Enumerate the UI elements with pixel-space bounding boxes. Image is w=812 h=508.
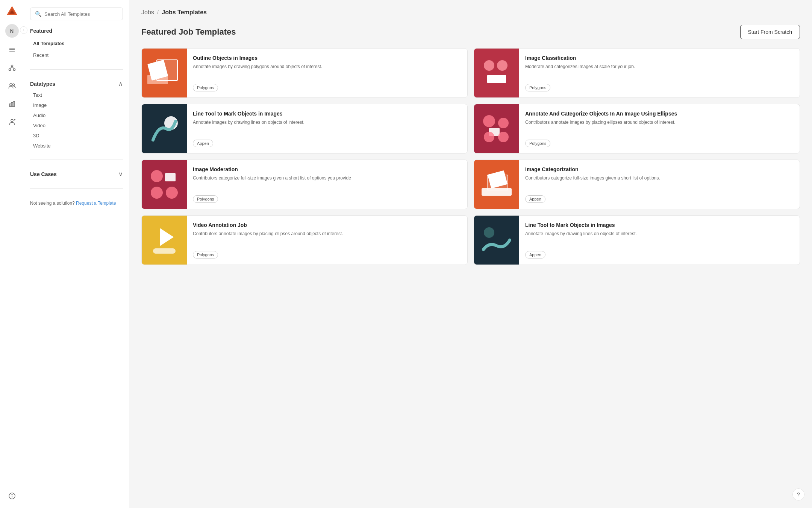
datatype-audio[interactable]: Audio bbox=[30, 111, 123, 120]
datatype-website[interactable]: Website bbox=[30, 141, 123, 151]
svg-point-26 bbox=[497, 60, 508, 71]
svg-line-9 bbox=[10, 67, 12, 69]
svg-rect-14 bbox=[11, 102, 13, 106]
help-button[interactable]: ? bbox=[792, 488, 804, 500]
template-desc: Annotate images by drawing lines on obje… bbox=[525, 231, 794, 247]
template-thumb-image-classification bbox=[474, 49, 519, 97]
template-desc: Contributors annotate images by placing … bbox=[193, 231, 461, 247]
template-card-video-annotation[interactable]: Video Annotation Job Contributors annota… bbox=[141, 215, 468, 265]
template-info-video-annotation: Video Annotation Job Contributors annota… bbox=[187, 216, 467, 265]
sidebar-toggle[interactable]: › bbox=[20, 26, 27, 34]
template-info-image-classification: Image Classification Moderate and catego… bbox=[519, 49, 800, 97]
breadcrumb-current: Jobs Templates bbox=[162, 9, 207, 16]
template-name: Annotate And Categorize Objects In An Im… bbox=[525, 110, 794, 117]
template-info-image-categorization: Image Categorization Contributors catego… bbox=[519, 160, 800, 209]
nav-icon-org[interactable] bbox=[5, 60, 20, 75]
datatypes-list: Text Image Audio Video 3D Website bbox=[30, 89, 123, 151]
use-cases-title: Use Cases bbox=[30, 171, 57, 177]
template-tag: Polygons bbox=[193, 251, 218, 259]
template-tag: Appen bbox=[525, 251, 545, 259]
svg-marker-41 bbox=[160, 228, 174, 246]
breadcrumb-parent[interactable]: Jobs bbox=[141, 9, 154, 16]
left-panel: 🔍 Featured All Templates Recent Datatype… bbox=[24, 0, 129, 508]
svg-point-29 bbox=[483, 115, 495, 127]
template-card-outline-objects[interactable]: Outline Objects in Images Annotate image… bbox=[141, 48, 468, 98]
datatype-text[interactable]: Text bbox=[30, 90, 123, 100]
svg-point-25 bbox=[484, 60, 494, 71]
svg-point-34 bbox=[151, 170, 163, 182]
template-desc: Annotate images by drawing lines on obje… bbox=[193, 119, 461, 136]
datatype-video[interactable]: Video bbox=[30, 121, 123, 130]
svg-point-33 bbox=[498, 132, 509, 142]
datatypes-title: Datatypes bbox=[30, 81, 55, 87]
datatype-image[interactable]: Image bbox=[30, 100, 123, 110]
request-template-link[interactable]: Request a Template bbox=[76, 201, 116, 206]
svg-point-12 bbox=[12, 84, 14, 86]
svg-point-21 bbox=[12, 494, 12, 495]
search-box[interactable]: 🔍 bbox=[30, 8, 123, 20]
nav-icon-chart[interactable] bbox=[5, 96, 20, 111]
template-info-annotate-ellipses: Annotate And Categorize Objects In An Im… bbox=[519, 104, 800, 153]
template-thumb-outline-objects bbox=[142, 49, 187, 97]
info-icon[interactable] bbox=[5, 488, 20, 503]
template-info-line-tool: Line Tool to Mark Objects in Images Anno… bbox=[187, 104, 467, 153]
nav-divider-2 bbox=[30, 160, 123, 160]
svg-rect-27 bbox=[487, 75, 506, 83]
template-card-annotate-ellipses[interactable]: Annotate And Categorize Objects In An Im… bbox=[474, 104, 800, 154]
breadcrumb: Jobs / Jobs Templates bbox=[141, 9, 800, 16]
template-desc: Contributors categorize full-size images… bbox=[193, 175, 461, 192]
svg-rect-15 bbox=[13, 101, 15, 106]
template-card-line-tool-2[interactable]: Line Tool to Mark Objects in Images Anno… bbox=[474, 215, 800, 265]
search-input[interactable] bbox=[44, 11, 118, 17]
avatar[interactable]: N bbox=[5, 24, 19, 38]
nav-divider-1 bbox=[30, 69, 123, 70]
svg-line-10 bbox=[12, 67, 14, 69]
page-title: Featured Job Templates bbox=[141, 27, 236, 37]
template-thumb-line-tool bbox=[142, 104, 187, 153]
nav-item-all-templates[interactable]: All Templates bbox=[30, 38, 123, 49]
datatypes-collapse-icon: ∧ bbox=[118, 80, 123, 87]
svg-point-8 bbox=[13, 69, 15, 71]
template-card-image-categorization[interactable]: Image Categorization Contributors catego… bbox=[474, 160, 800, 209]
use-cases-collapse-icon: ∨ bbox=[118, 170, 123, 178]
template-tag: Polygons bbox=[525, 140, 550, 147]
start-from-scratch-button[interactable]: Start From Scratch bbox=[740, 25, 800, 39]
breadcrumb-separator: / bbox=[157, 9, 159, 16]
svg-rect-35 bbox=[165, 173, 176, 181]
svg-point-32 bbox=[484, 132, 494, 142]
template-card-image-classification[interactable]: Image Classification Moderate and catego… bbox=[474, 48, 800, 98]
datatypes-header[interactable]: Datatypes ∧ bbox=[30, 79, 123, 89]
search-icon: 🔍 bbox=[35, 11, 41, 17]
nav-icon-people[interactable] bbox=[5, 114, 20, 129]
template-card-line-tool[interactable]: Line Tool to Mark Objects in Images Anno… bbox=[141, 104, 468, 154]
template-info-image-moderation: Image Moderation Contributors categorize… bbox=[187, 160, 467, 209]
template-name: Line Tool to Mark Objects in Images bbox=[525, 222, 794, 228]
content-area: Jobs / Jobs Templates Featured Job Templ… bbox=[129, 0, 812, 508]
use-cases-section: Use Cases ∨ bbox=[30, 169, 123, 179]
template-name: Image Categorization bbox=[525, 166, 794, 173]
svg-rect-13 bbox=[9, 104, 11, 106]
app-logo[interactable] bbox=[5, 5, 19, 18]
template-thumb-image-moderation bbox=[142, 160, 187, 209]
datatype-3d[interactable]: 3D bbox=[30, 131, 123, 140]
nav-icon-team[interactable] bbox=[5, 78, 20, 93]
template-info-line-tool-2: Line Tool to Mark Objects in Images Anno… bbox=[519, 216, 800, 265]
sidebar-bottom bbox=[5, 488, 20, 503]
nav-item-recent[interactable]: Recent bbox=[30, 50, 123, 60]
template-thumb-annotate-ellipses bbox=[474, 104, 519, 153]
template-tag: Polygons bbox=[193, 84, 218, 91]
template-info-outline-objects: Outline Objects in Images Annotate image… bbox=[187, 49, 467, 97]
nav-section-title-featured: Featured bbox=[30, 26, 123, 35]
use-cases-header[interactable]: Use Cases ∨ bbox=[30, 169, 123, 179]
svg-rect-42 bbox=[153, 248, 176, 254]
template-card-image-moderation[interactable]: Image Moderation Contributors categorize… bbox=[141, 160, 468, 209]
svg-point-43 bbox=[484, 227, 494, 238]
template-thumb-image-categorization bbox=[474, 160, 519, 209]
nav-icon-list[interactable] bbox=[5, 42, 20, 57]
template-name: Line Tool to Mark Objects in Images bbox=[193, 110, 461, 117]
template-name: Video Annotation Job bbox=[193, 222, 461, 228]
svg-point-36 bbox=[151, 187, 163, 199]
svg-point-6 bbox=[11, 65, 13, 67]
template-name: Outline Objects in Images bbox=[193, 55, 461, 61]
datatypes-section: Datatypes ∧ Text Image Audio Video 3D We… bbox=[30, 79, 123, 151]
